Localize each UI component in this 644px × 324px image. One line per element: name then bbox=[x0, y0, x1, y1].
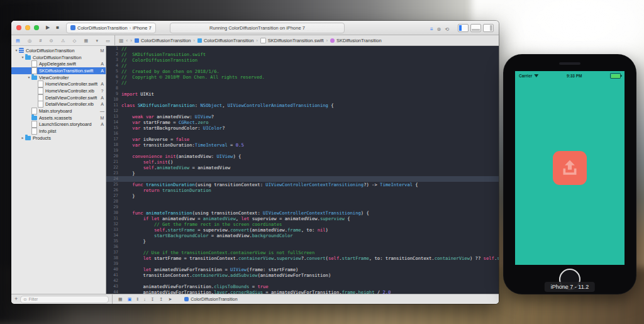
issue-navigator-icon[interactable]: ⚠ bbox=[61, 38, 65, 43]
close-window-button[interactable] bbox=[16, 25, 21, 30]
code-line[interactable]: 9import UIKit bbox=[106, 91, 499, 97]
run-button[interactable]: ▶ bbox=[46, 25, 50, 30]
disclosure-triangle-icon[interactable]: ▸ bbox=[20, 136, 25, 140]
upload-app-icon[interactable] bbox=[553, 151, 587, 185]
code-line[interactable]: 34 startBackgroundColor = animatedView.b… bbox=[106, 233, 499, 238]
navigator-item[interactable]: HomeViewController.swiftA bbox=[11, 81, 106, 87]
code-line[interactable]: 3// ColorDiffusionTransition bbox=[106, 57, 499, 63]
code-line[interactable]: 41 transitionContext.containerView.addSu… bbox=[106, 272, 499, 278]
add-item-icon[interactable]: + bbox=[14, 296, 18, 302]
code-line[interactable]: 26 return transitionDuration bbox=[106, 187, 499, 193]
navigator-item[interactable]: HomeViewController.xib? bbox=[11, 87, 106, 94]
source-editor[interactable]: 1//2// SKDiffusionTransition.swift3// Co… bbox=[106, 46, 499, 294]
navigator-item[interactable]: LaunchScreen.storyboardA bbox=[11, 121, 106, 128]
code-line[interactable]: 44 animatedViewForTransition.layer.corne… bbox=[106, 289, 499, 294]
code-line[interactable]: 14 var startFrame = CGRect.zero bbox=[106, 120, 499, 125]
step-into-icon[interactable]: ↧ bbox=[151, 297, 155, 301]
code-line[interactable]: 23 } bbox=[106, 170, 499, 176]
code-line[interactable]: 21 self.init() bbox=[106, 159, 499, 165]
stop-button[interactable]: ■ bbox=[56, 25, 59, 30]
toggle-inspectors-button[interactable] bbox=[483, 24, 494, 32]
report-navigator-icon[interactable]: ▭ bbox=[106, 38, 110, 43]
symbol-navigator-icon[interactable]: # bbox=[39, 38, 42, 43]
navigator-item[interactable]: Info.plist bbox=[11, 128, 106, 135]
find-navigator-icon[interactable]: ⊙ bbox=[50, 38, 53, 43]
jumpbar-item[interactable]: SKDiffusionTransition bbox=[330, 38, 382, 43]
code-line[interactable]: 32 // Get the frame rect in the screen c… bbox=[106, 221, 499, 227]
code-line[interactable]: 36 bbox=[106, 244, 499, 250]
navigator-item[interactable]: Assets.xcassetsM bbox=[11, 115, 106, 121]
jumpbar-item[interactable]: ColorDiffusionTransition bbox=[135, 38, 191, 43]
forward-icon[interactable]: › bbox=[130, 38, 132, 43]
navigator-item[interactable]: ▾ViewController bbox=[11, 74, 106, 81]
debug-navigator-icon[interactable]: ▦ bbox=[84, 38, 88, 43]
code-line[interactable]: 13 weak var animatedView: UIView? bbox=[106, 114, 499, 120]
jumpbar-item[interactable]: SKDiffusionTransition.swift bbox=[260, 38, 324, 43]
navigator-item[interactable]: ▸Products bbox=[11, 135, 106, 142]
iphone-simulator-window[interactable]: Carrier 9:33 PM bbox=[503, 54, 636, 294]
toggle-debug-button[interactable] bbox=[470, 24, 481, 32]
code-line[interactable]: 39 bbox=[106, 261, 499, 267]
minimize-window-button[interactable] bbox=[25, 25, 30, 30]
code-line[interactable]: 22 self.animatedView = animatedView bbox=[106, 165, 499, 170]
code-line[interactable]: 18 var transitionDuration:TimeInterval =… bbox=[106, 142, 499, 148]
code-line[interactable]: 43 animatedViewForTransition.clipsToBoun… bbox=[106, 284, 499, 289]
code-line[interactable]: 12 bbox=[106, 108, 499, 114]
code-line[interactable]: 16 bbox=[106, 131, 499, 137]
code-line[interactable]: 25 func transitionDuration(using transit… bbox=[106, 182, 499, 187]
project-navigator-icon[interactable]: ▤ bbox=[16, 38, 20, 43]
navigator-item[interactable]: DetailViewController.swiftA bbox=[11, 94, 106, 101]
code-line[interactable]: 4// bbox=[106, 63, 499, 69]
code-line[interactable]: 28 bbox=[106, 199, 499, 204]
code-line[interactable]: 24 bbox=[106, 176, 499, 182]
disclosure-triangle-icon[interactable]: ▾ bbox=[20, 55, 25, 59]
scheme-selector[interactable]: ColorDiffusionTransition › iPhone 7 bbox=[66, 23, 156, 33]
code-line[interactable]: 30 func animateTransition(using transiti… bbox=[106, 210, 499, 216]
code-line[interactable]: 11class SKDiffusionTransition: NSObject,… bbox=[106, 103, 499, 108]
code-line[interactable]: 35 } bbox=[106, 238, 499, 244]
code-line[interactable]: 19 bbox=[106, 148, 499, 154]
code-line[interactable]: 7// bbox=[106, 80, 499, 86]
source-control-navigator-icon[interactable]: ◎ bbox=[28, 38, 31, 43]
navigator-item[interactable]: ▾ColorDiffusionTransitionM bbox=[11, 47, 106, 54]
test-navigator-icon[interactable]: ◇ bbox=[73, 38, 76, 43]
code-line[interactable]: 42 bbox=[106, 278, 499, 284]
step-out-icon[interactable]: ↥ bbox=[160, 297, 164, 301]
code-line[interactable]: 31 if let animatedView = animatedView, l… bbox=[106, 216, 499, 221]
code-line[interactable]: 8 bbox=[106, 86, 499, 91]
disclosure-triangle-icon[interactable]: ▾ bbox=[26, 75, 31, 79]
breakpoints-toggle-icon[interactable]: ▣ bbox=[128, 297, 132, 301]
navigator-item[interactable]: DetailViewController.xibA bbox=[11, 101, 106, 108]
related-items-icon[interactable]: ▦ bbox=[119, 38, 124, 43]
code-line[interactable]: 37 // Use if the transitionContext.conta… bbox=[106, 250, 499, 255]
assistant-editor-icon[interactable]: ⊛ bbox=[437, 26, 441, 32]
jumpbar-item[interactable]: ColorDiffusionTransition bbox=[197, 38, 254, 43]
step-over-icon[interactable]: ↓ bbox=[143, 297, 146, 301]
code-line[interactable]: 33 self.startFrame = superview.convert(a… bbox=[106, 227, 499, 233]
back-icon[interactable]: ‹ bbox=[126, 38, 128, 43]
navigator-item[interactable]: ▾ColorDiffusionTransition bbox=[11, 54, 106, 61]
version-editor-icon[interactable]: ⟲ bbox=[445, 26, 449, 32]
disclosure-triangle-icon[interactable]: ▾ bbox=[14, 48, 19, 52]
pause-icon[interactable]: ‖ bbox=[136, 297, 138, 301]
simulator-screen[interactable]: Carrier 9:33 PM bbox=[515, 71, 625, 265]
standard-editor-icon[interactable]: ≡ bbox=[430, 26, 433, 32]
zoom-window-button[interactable] bbox=[34, 25, 39, 30]
navigator-item[interactable]: AppDelegate.swiftA bbox=[11, 60, 106, 67]
code-line[interactable]: 2// SKDiffusionTransition.swift bbox=[106, 52, 499, 57]
code-line[interactable]: 27 } bbox=[106, 193, 499, 199]
code-line[interactable]: 1// bbox=[106, 46, 499, 52]
code-line[interactable]: 29 bbox=[106, 204, 499, 210]
code-line[interactable]: 5// Created by don chen on 2018/1/6. bbox=[106, 69, 499, 74]
code-line[interactable]: 10 bbox=[106, 97, 499, 103]
code-line[interactable]: 40 let animatedViewForTransition = UIVie… bbox=[106, 267, 499, 272]
code-line[interactable]: 6// Copyright © 2018年 Don Chen. All righ… bbox=[106, 74, 499, 80]
code-line[interactable]: 17 var isReverse = false bbox=[106, 137, 499, 142]
toggle-navigator-button[interactable] bbox=[458, 24, 469, 32]
filter-field[interactable]: ⊙ Filter bbox=[20, 296, 109, 303]
navigator-item[interactable]: SKDiffusionTransition.swiftA bbox=[11, 67, 106, 74]
code-line[interactable]: 38 let startFrame = transitionContext.co… bbox=[106, 255, 499, 261]
navigator-item[interactable]: Main.storyboard— bbox=[11, 108, 106, 115]
breakpoint-navigator-icon[interactable]: ▾ bbox=[96, 38, 98, 43]
simulate-location-icon[interactable]: ➤ bbox=[168, 297, 172, 301]
